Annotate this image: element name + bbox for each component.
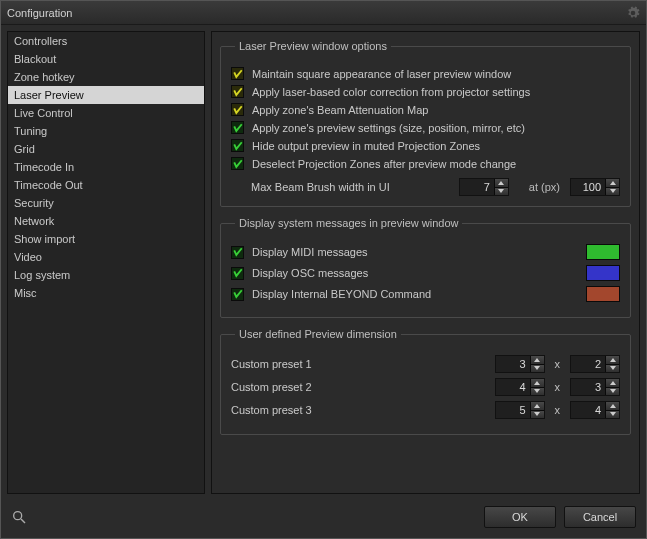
checkbox[interactable] — [231, 288, 244, 301]
max-beam-row: Max Beam Brush width in UI at (px) — [231, 178, 620, 196]
spin-up-icon[interactable] — [531, 379, 544, 388]
sidebar-item[interactable]: Video — [8, 248, 204, 266]
spin-down-icon[interactable] — [531, 411, 544, 419]
titlebar: Configuration — [1, 1, 646, 25]
message-label: Display MIDI messages — [252, 246, 368, 258]
cancel-button[interactable]: Cancel — [564, 506, 636, 528]
spin-down-icon[interactable] — [606, 365, 619, 373]
preset-width-spinner-value[interactable] — [496, 356, 530, 372]
option-row: Apply zone's Beam Attenuation Map — [231, 103, 620, 116]
max-beam-spinner[interactable] — [459, 178, 509, 196]
group-user-defined-dimension: User defined Preview dimension Custom pr… — [220, 328, 631, 435]
color-swatch[interactable] — [586, 265, 620, 281]
preset-row: Custom preset 2x — [231, 378, 620, 396]
max-beam-value[interactable] — [460, 179, 494, 195]
preset-width-spinner[interactable] — [495, 355, 545, 373]
preset-height-spinner-value[interactable] — [571, 356, 605, 372]
max-beam-px-spinner[interactable] — [570, 178, 620, 196]
message-label: Display OSC messages — [252, 267, 368, 279]
preset-width-spinner-value[interactable] — [496, 402, 530, 418]
spin-up-icon[interactable] — [495, 179, 508, 188]
group-legend: Laser Preview window options — [235, 40, 391, 52]
main-panel: Laser Preview window options Maintain sq… — [211, 31, 640, 494]
footer: OK Cancel — [1, 500, 646, 538]
sidebar-item[interactable]: Blackout — [8, 50, 204, 68]
sidebar-item[interactable]: Security — [8, 194, 204, 212]
option-label: Hide output preview in muted Projection … — [252, 140, 480, 152]
spin-up-icon[interactable] — [531, 356, 544, 365]
sidebar-item[interactable]: Controllers — [8, 32, 204, 50]
sidebar-item[interactable]: Zone hotkey — [8, 68, 204, 86]
preset-height-spinner-value[interactable] — [571, 402, 605, 418]
preset-width-spinner[interactable] — [495, 378, 545, 396]
preset-width-spinner-value[interactable] — [496, 379, 530, 395]
checkbox[interactable] — [231, 246, 244, 259]
preset-height-spinner-value[interactable] — [571, 379, 605, 395]
spin-down-icon[interactable] — [606, 411, 619, 419]
sidebar-item[interactable]: Log system — [8, 266, 204, 284]
sidebar-item[interactable]: Tuning — [8, 122, 204, 140]
spin-up-icon[interactable] — [606, 356, 619, 365]
checkbox[interactable] — [231, 67, 244, 80]
spin-down-icon[interactable] — [606, 388, 619, 396]
svg-point-0 — [14, 512, 22, 520]
sidebar-item[interactable]: Timecode In — [8, 158, 204, 176]
sidebar-item[interactable]: Misc — [8, 284, 204, 302]
x-separator: x — [555, 381, 561, 393]
color-swatch[interactable] — [586, 244, 620, 260]
preset-row: Custom preset 1x — [231, 355, 620, 373]
message-row: Display MIDI messages — [231, 244, 620, 260]
option-row: Apply laser-based color correction from … — [231, 85, 620, 98]
sidebar-item[interactable]: Timecode Out — [8, 176, 204, 194]
preset-label: Custom preset 1 — [231, 358, 485, 370]
spin-down-icon[interactable] — [495, 188, 508, 196]
message-row: Display Internal BEYOND Command — [231, 286, 620, 302]
sidebar-item[interactable]: Laser Preview — [8, 86, 204, 104]
max-beam-px-value[interactable] — [571, 179, 605, 195]
option-label: Apply laser-based color correction from … — [252, 86, 530, 98]
option-row: Apply zone's preview settings (size, pos… — [231, 121, 620, 134]
preset-height-spinner[interactable] — [570, 355, 620, 373]
group-display-messages: Display system messages in preview windo… — [220, 217, 631, 318]
preset-height-spinner[interactable] — [570, 378, 620, 396]
spin-up-icon[interactable] — [606, 179, 619, 188]
sidebar-item[interactable]: Grid — [8, 140, 204, 158]
spin-up-icon[interactable] — [531, 402, 544, 411]
option-row: Hide output preview in muted Projection … — [231, 139, 620, 152]
sidebar-item[interactable]: Show import — [8, 230, 204, 248]
at-px-label: at (px) — [529, 181, 560, 193]
search-icon[interactable] — [11, 509, 27, 525]
checkbox[interactable] — [231, 103, 244, 116]
group-legend: Display system messages in preview windo… — [235, 217, 462, 229]
gear-icon[interactable] — [626, 6, 640, 20]
spin-down-icon[interactable] — [531, 365, 544, 373]
spin-up-icon[interactable] — [606, 379, 619, 388]
sidebar-item[interactable]: Live Control — [8, 104, 204, 122]
spin-down-icon[interactable] — [606, 188, 619, 196]
spin-up-icon[interactable] — [606, 402, 619, 411]
checkbox[interactable] — [231, 157, 244, 170]
preset-width-spinner[interactable] — [495, 401, 545, 419]
sidebar[interactable]: ControllersBlackoutZone hotkeyLaser Prev… — [7, 31, 205, 494]
message-label: Display Internal BEYOND Command — [252, 288, 431, 300]
checkbox[interactable] — [231, 85, 244, 98]
checkbox[interactable] — [231, 121, 244, 134]
config-window: Configuration ControllersBlackoutZone ho… — [0, 0, 647, 539]
option-label: Maintain square appearance of laser prev… — [252, 68, 511, 80]
color-swatch[interactable] — [586, 286, 620, 302]
ok-button[interactable]: OK — [484, 506, 556, 528]
spin-down-icon[interactable] — [531, 388, 544, 396]
group-laser-preview: Laser Preview window options Maintain sq… — [220, 40, 631, 207]
preset-label: Custom preset 3 — [231, 404, 485, 416]
option-label: Apply zone's Beam Attenuation Map — [252, 104, 428, 116]
sidebar-item[interactable]: Network — [8, 212, 204, 230]
max-beam-label: Max Beam Brush width in UI — [251, 181, 390, 193]
preset-height-spinner[interactable] — [570, 401, 620, 419]
checkbox[interactable] — [231, 139, 244, 152]
svg-line-1 — [21, 519, 25, 523]
option-label: Apply zone's preview settings (size, pos… — [252, 122, 525, 134]
option-label: Deselect Projection Zones after preview … — [252, 158, 516, 170]
preset-label: Custom preset 2 — [231, 381, 485, 393]
checkbox[interactable] — [231, 267, 244, 280]
option-row: Deselect Projection Zones after preview … — [231, 157, 620, 170]
